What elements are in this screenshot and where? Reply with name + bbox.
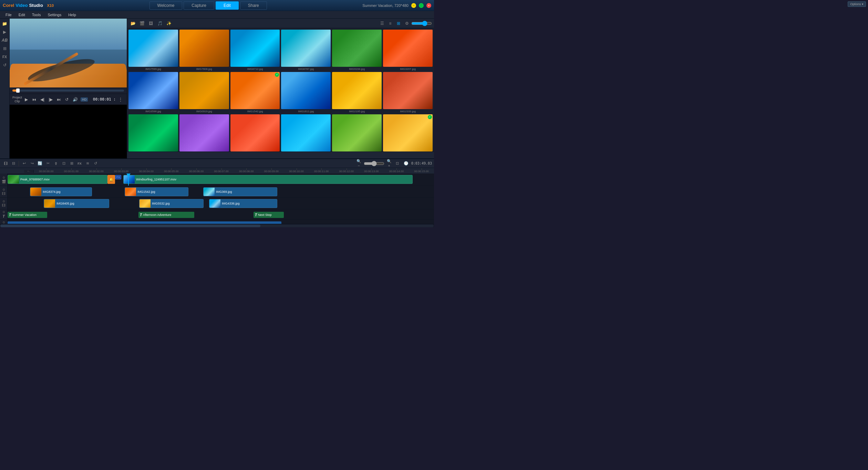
track-audio-settings[interactable]: ⚙ xyxy=(2,221,5,224)
menu-settings[interactable]: Settings xyxy=(44,12,65,18)
clip-img5532[interactable]: IMG5532.jpg xyxy=(139,199,204,208)
minimize-button[interactable]: − xyxy=(411,3,416,8)
seek-bar-area[interactable] xyxy=(10,87,127,94)
tl-record[interactable]: 🎙 xyxy=(52,160,59,167)
seek-handle[interactable] xyxy=(16,88,20,93)
repeat-button[interactable]: ↺ xyxy=(64,96,70,103)
tl-multi-cam[interactable]: ⊞ xyxy=(68,160,75,167)
menu-edit[interactable]: Edit xyxy=(15,12,29,18)
tool-instant[interactable]: ▶ xyxy=(1,28,9,36)
media-thumb-t17[interactable]: IMG5064.jpg xyxy=(332,114,382,152)
lib-icon-image[interactable]: 🖼 xyxy=(147,20,155,27)
audio-clip-music[interactable]: ♪ chantellebarry_letsplayinstrumental.m4… xyxy=(8,221,281,224)
tl-storyboard[interactable]: ⊟ xyxy=(10,160,17,167)
tl-fx[interactable]: FX xyxy=(76,160,83,167)
tl-ripple[interactable]: ≋ xyxy=(84,160,91,167)
prev-frame-button[interactable]: ⏮ xyxy=(31,96,38,103)
track-overlay1-settings[interactable]: ⚙ xyxy=(2,188,5,191)
lib-icon-video[interactable]: 🎬 xyxy=(138,20,146,27)
tl-smart-proxy[interactable]: 🔄 xyxy=(37,160,43,167)
clip-img4336[interactable]: IMG4336.jpg xyxy=(209,199,277,208)
tool-text[interactable]: AB xyxy=(1,36,9,44)
lib-icon-audio[interactable]: 🎵 xyxy=(156,20,164,27)
scrollbar-thumb[interactable] xyxy=(0,224,260,227)
play-button[interactable]: ▶ xyxy=(23,96,29,103)
timeline-scrollbar[interactable] xyxy=(0,224,434,227)
lib-icon-fx[interactable]: ✨ xyxy=(165,20,173,27)
volume-button[interactable]: 🔊 xyxy=(71,96,79,103)
clip-img1542[interactable]: IMG1542.jpg xyxy=(125,187,188,196)
media-thumb-t3[interactable]: IMG8712.jpg xyxy=(230,30,280,71)
clip-windsurfing[interactable]: Windsurfing_124951107.mov xyxy=(123,175,413,184)
media-thumb-t14[interactable]: IMG3919.jpg xyxy=(179,114,229,152)
clip-img369[interactable]: IMG369.jpg xyxy=(203,187,277,196)
track-overlay2-settings[interactable]: ⚙ xyxy=(2,200,5,203)
tl-timeline-mode[interactable]: 🎞 xyxy=(2,160,9,167)
tool-media[interactable]: 📁 xyxy=(1,20,9,28)
timeline-tracks[interactable]: ⚙ 🎬 Peak_97688907.mov 🔔 FX xyxy=(0,174,434,224)
lib-icon-folder[interactable]: 📂 xyxy=(129,20,137,27)
clip-peak[interactable]: Peak_97688907.mov xyxy=(8,175,107,184)
tl-split[interactable]: ✂ xyxy=(44,160,51,167)
track-title-content[interactable]: T Summer Vacation T Afternoon Adventure … xyxy=(8,209,434,219)
fx-badge[interactable]: FX xyxy=(115,175,121,179)
thumb-size-slider[interactable] xyxy=(411,21,432,26)
nav-capture[interactable]: Capture xyxy=(184,1,214,10)
media-thumb-t12[interactable]: IMG2333.jpg xyxy=(383,72,433,113)
media-thumb-t18[interactable]: ✓ IMG5532.jpg xyxy=(383,114,433,152)
tl-redo[interactable]: ↪ xyxy=(29,160,35,167)
media-thumb-t7[interactable]: IMG3596.jpg xyxy=(128,72,178,113)
menu-tools[interactable]: Tools xyxy=(29,12,44,18)
fit-to-window[interactable]: ⊡ xyxy=(394,160,401,167)
lib-sort-options[interactable]: ⚙ xyxy=(403,20,411,27)
tl-loop[interactable]: ↺ xyxy=(92,160,99,167)
media-thumb-t2[interactable]: IMG7608.jpg xyxy=(179,30,229,71)
tool-overlay[interactable]: ⊞ xyxy=(1,45,9,52)
media-thumb-t16[interactable]: IMG4304.jpg xyxy=(281,114,331,152)
track-overlay1-content[interactable]: IMG8374.jpg IMG1542.jpg IMG369.jpg xyxy=(8,186,434,197)
media-thumb-t15[interactable]: IMG4222.jpg xyxy=(230,114,280,152)
lib-view-list-md[interactable]: ≡ xyxy=(386,20,394,27)
nav-share[interactable]: Share xyxy=(240,1,267,10)
media-thumb-t6[interactable]: IMG3207.jpg xyxy=(383,30,433,71)
clip-img8374[interactable]: IMG8374.jpg xyxy=(30,187,92,196)
tl-undo[interactable]: ↩ xyxy=(21,160,28,167)
title-clip-afternoon[interactable]: T Afternoon Adventure xyxy=(138,212,194,218)
media-thumb-t8[interactable]: IMG0919.jpg xyxy=(179,72,229,113)
transition-icon[interactable]: 🔔 xyxy=(107,175,115,184)
lib-view-grid[interactable]: ⊞ xyxy=(395,20,402,27)
nav-welcome[interactable]: Welcome xyxy=(149,1,183,10)
clip-img8405[interactable]: IMG8405.jpg xyxy=(44,199,109,208)
zoom-in-button[interactable]: 🔍+ xyxy=(386,160,393,167)
maximize-button[interactable]: □ xyxy=(419,3,424,8)
media-thumb-t10[interactable]: IMG1611.jpg xyxy=(281,72,331,113)
next-frame-button[interactable]: ⏭ xyxy=(55,96,62,103)
track-video-content[interactable]: Peak_97688907.mov 🔔 FX Windsurfing_12495… xyxy=(8,174,434,186)
menu-file[interactable]: File xyxy=(2,12,15,18)
seek-bar-track[interactable] xyxy=(12,90,124,92)
tool-motion[interactable]: ↺ xyxy=(1,61,9,69)
track-overlay2-content[interactable]: IMG8405.jpg IMG5532.jpg IMG4336.jpg xyxy=(8,198,434,209)
step-back-button[interactable]: ◀| xyxy=(39,96,46,103)
tool-fx[interactable]: FX xyxy=(1,53,9,61)
step-fwd-button[interactable]: |▶ xyxy=(47,96,54,103)
zoom-slider[interactable] xyxy=(364,161,384,166)
title-clip-summer[interactable]: T Summer Vacation xyxy=(8,212,47,218)
title-clip-nextstop[interactable]: T Next Stop xyxy=(254,212,284,218)
zoom-out-button[interactable]: 🔍− xyxy=(355,160,362,167)
track-title-settings[interactable]: ⚙ xyxy=(2,210,5,214)
media-thumb-t5[interactable]: IMG9194.jpg xyxy=(332,30,382,71)
media-thumb-t13[interactable]: IMG3195.jpg xyxy=(128,114,178,152)
menu-help[interactable]: Help xyxy=(65,12,80,18)
timecode-options[interactable]: ⋮ xyxy=(117,96,124,103)
media-thumb-t1[interactable]: IMG7599.jpg xyxy=(128,30,178,71)
lib-view-list-sm[interactable]: ☰ xyxy=(378,20,386,27)
track-audio-content[interactable]: ♪ chantellebarry_letsplayinstrumental.m4… xyxy=(8,220,434,224)
media-thumb-t4[interactable]: IMG8787.jpg xyxy=(281,30,331,71)
close-button[interactable]: × xyxy=(426,3,431,8)
media-thumb-t11[interactable]: IMG2195.jpg xyxy=(332,72,382,113)
track-video-settings[interactable]: ⚙ xyxy=(2,176,5,179)
nav-edit[interactable]: Edit xyxy=(216,1,239,10)
media-thumb-t9[interactable]: ✓ IMG1542.jpg xyxy=(230,72,280,113)
tl-trim[interactable]: ⊡ xyxy=(60,160,67,167)
